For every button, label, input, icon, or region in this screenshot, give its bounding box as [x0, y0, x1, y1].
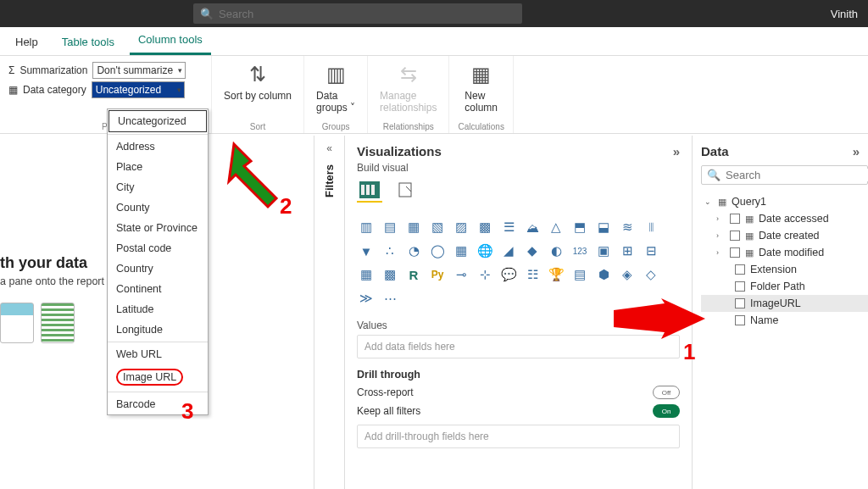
collapse-icon[interactable]: »: [853, 144, 860, 158]
dd-item-place[interactable]: Place: [108, 157, 208, 177]
drill-well[interactable]: Add drill-through fields here: [357, 425, 680, 448]
multirow-icon[interactable]: ▣: [594, 242, 613, 260]
combo1-icon[interactable]: ⬒: [570, 218, 589, 236]
azure-map-icon[interactable]: ◆: [523, 242, 542, 260]
map-icon[interactable]: 🌐: [476, 242, 494, 260]
field-folder-path[interactable]: Folder Path: [701, 278, 868, 295]
checkbox[interactable]: [735, 281, 745, 292]
cross-report-toggle[interactable]: Off: [653, 386, 680, 399]
dd-item-address[interactable]: Address: [108, 136, 208, 157]
values-well[interactable]: Add data fields here: [357, 335, 680, 358]
donut-icon[interactable]: ◯: [428, 242, 447, 260]
clustered-column-icon[interactable]: ▧: [428, 218, 447, 236]
drill-through-label: Drill through: [357, 369, 680, 381]
field-date-modified[interactable]: ›▦Date modified: [701, 244, 868, 261]
table-icon[interactable]: ▦: [357, 265, 376, 284]
field-extension[interactable]: Extension: [701, 261, 868, 278]
checkbox[interactable]: [735, 264, 745, 275]
field-name[interactable]: Name: [701, 312, 868, 329]
fields-search[interactable]: 🔍: [701, 165, 868, 185]
ribbon-icon[interactable]: ≋: [618, 218, 637, 236]
collapse-icon[interactable]: »: [673, 144, 680, 158]
summarization-select[interactable]: Don't summarize: [92, 62, 186, 79]
user-name[interactable]: Vinith: [831, 8, 861, 20]
table-query1[interactable]: ⌄▦Query1: [701, 193, 868, 210]
format-mode-icon[interactable]: [394, 179, 420, 203]
tab-help[interactable]: Help: [7, 29, 47, 55]
global-search-input[interactable]: [219, 8, 515, 20]
kpi-icon[interactable]: ⊞: [618, 242, 637, 260]
bar100-icon[interactable]: ▨: [452, 218, 470, 236]
gauge-icon[interactable]: ◐: [547, 242, 565, 260]
clustered-bar-icon[interactable]: ▦: [404, 218, 423, 236]
funnel-icon[interactable]: ▼: [357, 242, 376, 260]
narrative-icon[interactable]: ☷: [523, 265, 542, 284]
pie-icon[interactable]: ◔: [404, 242, 423, 260]
tab-table-tools[interactable]: Table tools: [53, 29, 123, 55]
more-icon[interactable]: ≫: [357, 289, 376, 308]
stacked-area-icon[interactable]: △: [547, 218, 565, 236]
group-label-sort: Sort: [220, 122, 295, 133]
data-category-label: Data category: [23, 84, 86, 96]
r-visual-icon[interactable]: R: [404, 265, 423, 284]
checkbox[interactable]: [735, 315, 745, 325]
fields-search-input[interactable]: [726, 169, 868, 181]
global-search[interactable]: 🔍: [193, 3, 522, 24]
dd-item-image-url[interactable]: Image URL: [108, 364, 208, 390]
matrix-icon[interactable]: ▩: [381, 265, 399, 284]
treemap-icon[interactable]: ▦: [452, 242, 470, 260]
checkbox[interactable]: [730, 214, 740, 224]
area-icon[interactable]: ⛰: [523, 218, 542, 236]
visual-type-gallery: ▥▤▦▧▨▩☰⛰△⬒⬓≋⫴▼ ∴◔◯▦🌐◢◆◐123▣⊞⊟▦▩ RPy⊸⊹💬☷🏆…: [357, 218, 679, 308]
dd-item-state[interactable]: State or Province: [108, 218, 208, 238]
py-visual-icon[interactable]: Py: [428, 265, 447, 284]
scatter-icon[interactable]: ∴: [381, 242, 399, 260]
dd-item-barcode[interactable]: Barcode: [108, 394, 208, 414]
dd-item-web-url[interactable]: Web URL: [108, 344, 208, 364]
goals-icon[interactable]: 🏆: [547, 265, 565, 284]
decomp-icon[interactable]: ⊹: [476, 265, 494, 284]
dd-item-postal[interactable]: Postal code: [108, 238, 208, 258]
dd-item-longitude[interactable]: Longitude: [108, 320, 208, 340]
slicer-icon[interactable]: ⊟: [642, 242, 660, 260]
col100-icon[interactable]: ▩: [476, 218, 494, 236]
filled-map-icon[interactable]: ◢: [499, 242, 518, 260]
automate-icon[interactable]: ◇: [642, 265, 660, 284]
stacked-column-icon[interactable]: ▤: [381, 218, 399, 236]
data-groups-button[interactable]: ▥ Datagroups ˅: [313, 59, 359, 115]
vis-title: Visualizations: [357, 144, 442, 158]
dd-item-continent[interactable]: Continent: [108, 279, 208, 299]
dd-item-uncategorized[interactable]: Uncategorized: [108, 110, 207, 132]
dd-item-county[interactable]: County: [108, 197, 208, 218]
dd-item-country[interactable]: Country: [108, 258, 208, 279]
new-column-button[interactable]: ▦ Newcolumn: [458, 59, 504, 115]
line-icon[interactable]: ☰: [499, 218, 518, 236]
qa-icon[interactable]: 💬: [499, 265, 518, 284]
dd-item-latitude[interactable]: Latitude: [108, 299, 208, 320]
arcgis-icon[interactable]: ⬢: [594, 265, 613, 284]
powerapps-icon[interactable]: ◈: [618, 265, 637, 284]
field-date-accessed[interactable]: ›▦Date accessed: [701, 210, 868, 227]
field-imageurl[interactable]: ImageURL: [701, 295, 868, 312]
ellipsis-icon[interactable]: ⋯: [381, 289, 399, 308]
checkbox[interactable]: [730, 247, 740, 258]
stacked-bar-icon[interactable]: ▥: [357, 218, 376, 236]
placeholder-card: [41, 303, 75, 343]
expand-icon[interactable]: «: [326, 142, 332, 154]
data-category-select[interactable]: Uncategorized: [92, 81, 185, 98]
sort-by-column-button[interactable]: ⇅ Sort by column: [220, 59, 295, 103]
keep-filters-toggle[interactable]: On: [653, 404, 680, 418]
checkbox[interactable]: [735, 298, 745, 308]
checkbox[interactable]: [730, 231, 740, 241]
waterfall-icon[interactable]: ⫴: [642, 218, 660, 236]
filters-panel[interactable]: « Filters: [314, 136, 344, 489]
dd-item-city[interactable]: City: [108, 177, 208, 197]
build-mode-icon[interactable]: [357, 179, 382, 203]
tab-column-tools[interactable]: Column tools: [130, 26, 211, 55]
paginated-icon[interactable]: ▤: [570, 265, 589, 284]
card-icon[interactable]: 123: [570, 242, 589, 260]
data-category-dropdown[interactable]: Uncategorized Address Place City County …: [107, 108, 209, 415]
field-date-created[interactable]: ›▦Date created: [701, 227, 868, 244]
combo2-icon[interactable]: ⬓: [594, 218, 613, 236]
key-influencers-icon[interactable]: ⊸: [452, 265, 470, 284]
